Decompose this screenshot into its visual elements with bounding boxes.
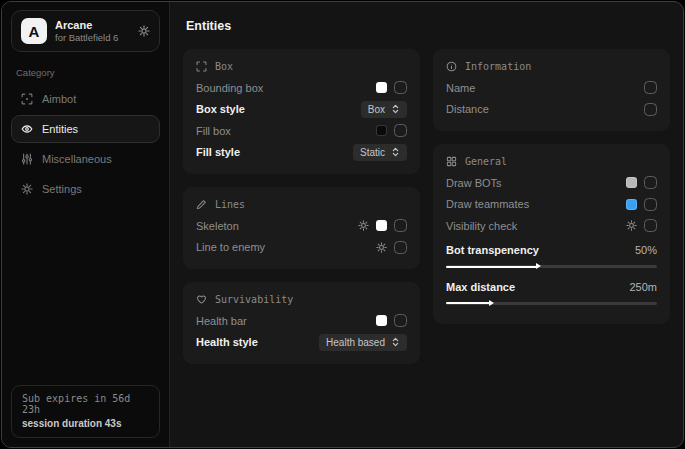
card-header: Information (446, 58, 657, 77)
checkbox[interactable] (394, 314, 407, 327)
gear-icon[interactable] (626, 220, 637, 231)
sidebar-item-label: Aimbot (42, 93, 76, 105)
app-logo: A (21, 18, 47, 44)
slider-value: 250m (629, 281, 657, 293)
setting-label: Health style (196, 336, 258, 348)
gear-icon[interactable] (376, 242, 387, 253)
session-duration-text: session duration 43s (22, 418, 149, 429)
setting-row-box-style: Box style Box (196, 99, 407, 121)
checkbox[interactable] (394, 81, 407, 94)
app-subtitle: for Battlefield 6 (55, 32, 118, 43)
left-column: Box Bounding box Box style Box (183, 49, 420, 364)
checkbox[interactable] (394, 241, 407, 254)
setting-row-health-style: Health style Health based (196, 332, 407, 354)
setting-label: Bounding box (196, 82, 263, 94)
color-swatch[interactable] (626, 199, 637, 210)
setting-row-name: Name (446, 77, 657, 99)
card-title: General (465, 156, 507, 167)
setting-row-bot-transparency: Bot transpenency 50% (446, 240, 657, 262)
card-header: General (446, 153, 657, 172)
chevron-up-down-icon (391, 104, 400, 114)
box-card: Box Bounding box Box style Box (183, 49, 420, 174)
brand-text: Arcane for Battlefield 6 (55, 19, 118, 43)
setting-label: Bot transpenency (446, 244, 539, 256)
setting-label: Health bar (196, 315, 247, 327)
setting-label: Max distance (446, 281, 515, 293)
setting-row-fill-box: Fill box (196, 120, 407, 142)
sub-expiry-text: Sub expires in 56d 23h (22, 393, 149, 415)
color-swatch[interactable] (376, 82, 387, 93)
sliders-icon (21, 153, 33, 165)
survivability-card: Survivability Health bar Health style He… (183, 282, 420, 364)
setting-row-max-distance: Max distance 250m (446, 276, 657, 298)
setting-label: Draw teammates (446, 198, 529, 210)
setting-label: Visibility check (446, 220, 517, 232)
card-header: Box (196, 58, 407, 77)
slider-fill[interactable] (446, 302, 490, 304)
sidebar-item-miscellaneous[interactable]: Miscellaneous (11, 145, 160, 173)
grid-icon (446, 156, 457, 167)
general-card: General Draw BOTs Draw teammates (433, 144, 670, 324)
checkbox[interactable] (644, 198, 657, 211)
dropdown-value: Box (368, 104, 385, 115)
sidebar: A Arcane for Battlefield 6 Category Aimb… (2, 2, 170, 447)
checkbox[interactable] (394, 124, 407, 137)
chevron-up-down-icon (391, 147, 400, 157)
sidebar-item-aimbot[interactable]: Aimbot (11, 85, 160, 113)
gear-icon[interactable] (358, 220, 369, 231)
checkbox[interactable] (644, 81, 657, 94)
setting-label: Line to enemy (196, 241, 265, 253)
gear-icon (21, 183, 33, 195)
box-style-dropdown[interactable]: Box (361, 101, 407, 118)
color-swatch[interactable] (376, 125, 387, 136)
information-card: Information Name Distance (433, 49, 670, 131)
dropdown-value: Health based (326, 337, 385, 348)
setting-row-draw-teammates: Draw teammates (446, 194, 657, 216)
heart-icon (196, 294, 207, 305)
checkbox[interactable] (644, 176, 657, 189)
card-header: Survivability (196, 291, 407, 310)
subscription-info: Sub expires in 56d 23h session duration … (11, 385, 160, 438)
card-title: Lines (215, 199, 245, 210)
setting-row-skeleton: Skeleton (196, 215, 407, 237)
color-swatch[interactable] (376, 315, 387, 326)
right-column: Information Name Distance (433, 49, 670, 324)
chevron-up-down-icon (391, 337, 400, 347)
setting-label: Fill style (196, 146, 240, 158)
logo-letter: A (29, 23, 40, 40)
dropdown-value: Static (360, 147, 385, 158)
card-title: Information (465, 61, 531, 72)
sidebar-item-settings[interactable]: Settings (11, 175, 160, 203)
max-distance-slider[interactable] (446, 302, 657, 305)
color-swatch[interactable] (376, 220, 387, 231)
pencil-icon (196, 199, 207, 210)
setting-row-line-to-enemy: Line to enemy (196, 237, 407, 259)
checkbox[interactable] (644, 103, 657, 116)
sidebar-item-label: Entities (42, 123, 78, 135)
info-icon (446, 61, 457, 72)
setting-label: Box style (196, 103, 245, 115)
slider-fill[interactable] (446, 266, 537, 268)
crosshair-icon (21, 93, 33, 105)
sidebar-item-label: Settings (42, 183, 82, 195)
setting-row-visibility-check: Visibility check (446, 215, 657, 237)
gear-icon[interactable] (138, 25, 150, 37)
fill-style-dropdown[interactable]: Static (353, 144, 407, 161)
health-style-dropdown[interactable]: Health based (319, 334, 407, 351)
setting-label: Name (446, 82, 475, 94)
brand-card: A Arcane for Battlefield 6 (11, 10, 160, 52)
setting-row-distance: Distance (446, 99, 657, 121)
sidebar-item-entities[interactable]: Entities (11, 115, 160, 143)
checkbox[interactable] (644, 219, 657, 232)
sidebar-nav: Aimbot Entities Miscellaneous Settings (11, 85, 160, 205)
setting-label: Fill box (196, 125, 231, 137)
app-window: A Arcane for Battlefield 6 Category Aimb… (1, 1, 684, 448)
card-header: Lines (196, 196, 407, 215)
crop-corners-icon (196, 61, 207, 72)
category-label: Category (16, 67, 155, 78)
eye-icon (21, 123, 33, 135)
main-panel: Entities Box Bounding box (170, 2, 683, 447)
checkbox[interactable] (394, 219, 407, 232)
color-swatch[interactable] (626, 177, 637, 188)
bot-transparency-slider[interactable] (446, 265, 657, 268)
